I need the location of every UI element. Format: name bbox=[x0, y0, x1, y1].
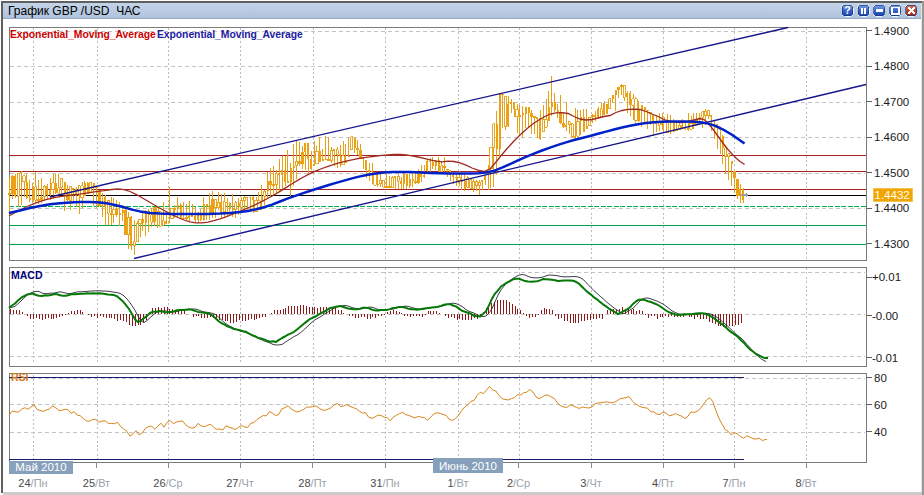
svg-text:Exponential_Moving_Average: Exponential_Moving_Average bbox=[157, 29, 303, 40]
svg-text:?: ? bbox=[844, 4, 850, 16]
svg-text:26/Ср: 26/Ср bbox=[153, 477, 182, 489]
svg-text:+0.01: +0.01 bbox=[872, 271, 901, 283]
svg-text:-0.01: -0.01 bbox=[872, 352, 898, 364]
svg-text:RSI: RSI bbox=[11, 371, 29, 383]
svg-text:8/Вт: 8/Вт bbox=[795, 477, 816, 489]
svg-text:1.4500: 1.4500 bbox=[874, 167, 909, 179]
svg-text:1.4300: 1.4300 bbox=[874, 238, 909, 250]
svg-text:80: 80 bbox=[874, 372, 887, 384]
svg-text:MACD: MACD bbox=[11, 269, 43, 281]
svg-text:1.4700: 1.4700 bbox=[874, 96, 909, 108]
svg-text:1.4900: 1.4900 bbox=[874, 25, 909, 37]
svg-text:31/Пн: 31/Пн bbox=[370, 477, 399, 489]
svg-text:График GBP /USD ЧАС: График GBP /USD ЧАС bbox=[8, 4, 141, 18]
svg-text:27/Чт: 27/Чт bbox=[226, 477, 254, 489]
svg-text:1/Вт: 1/Вт bbox=[447, 477, 468, 489]
svg-text:Exponential_Moving_Average: Exponential_Moving_Average bbox=[10, 29, 156, 40]
svg-text:1.4800: 1.4800 bbox=[874, 60, 909, 72]
svg-text:1.4400: 1.4400 bbox=[874, 202, 909, 214]
svg-text:Май 2010: Май 2010 bbox=[15, 461, 66, 473]
svg-text:Июнь 2010: Июнь 2010 bbox=[439, 460, 497, 472]
svg-text:1.4600: 1.4600 bbox=[874, 131, 909, 143]
svg-text:40: 40 bbox=[874, 426, 887, 438]
svg-text:-0.00: -0.00 bbox=[872, 310, 898, 322]
svg-text:28/Пт: 28/Пт bbox=[298, 477, 326, 489]
svg-text:60: 60 bbox=[874, 399, 887, 411]
svg-text:3/Чт: 3/Чт bbox=[580, 477, 602, 489]
svg-text:24/Пн: 24/Пн bbox=[18, 477, 47, 489]
svg-text:7/Пн: 7/Пн bbox=[722, 477, 745, 489]
svg-text:25/Вт: 25/Вт bbox=[83, 477, 110, 489]
svg-text:1.4432: 1.4432 bbox=[875, 189, 910, 201]
svg-text:4/Пт: 4/Пт bbox=[652, 477, 674, 489]
svg-text:2/Ср: 2/Ср bbox=[507, 477, 530, 489]
